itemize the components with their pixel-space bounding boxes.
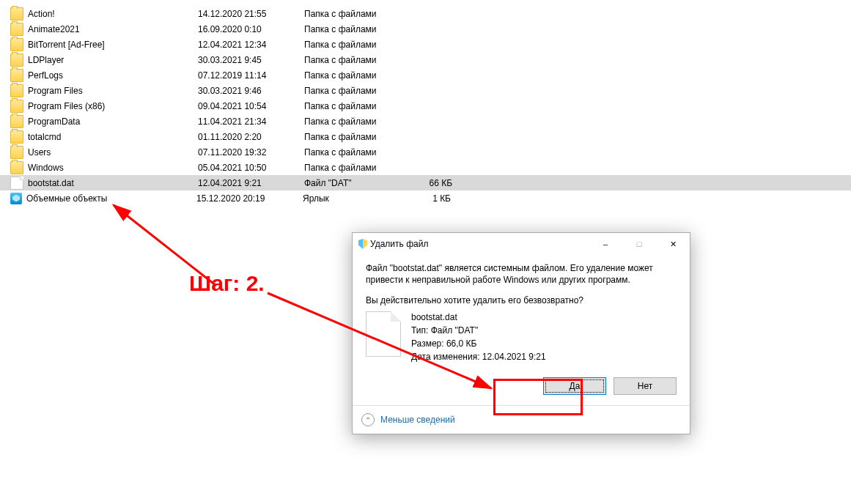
file-icon (10, 177, 23, 190)
file-row[interactable]: bootstat.dat12.04.2021 9:21Файл "DAT"66 … (0, 175, 851, 190)
shield-icon (358, 239, 367, 249)
file-row[interactable]: Объемные объекты15.12.2020 20:19Ярлык1 К… (0, 190, 851, 206)
file-name: Users (28, 147, 198, 158)
less-info-toggle[interactable]: ⌃ Меньше сведений (353, 405, 690, 434)
file-icon (366, 311, 401, 357)
folder-icon (10, 23, 23, 36)
file-details: bootstat.dat Тип: Файл "DAT" Размер: 66,… (366, 311, 677, 365)
dialog-titlebar[interactable]: Удалить файл – □ ✕ (353, 233, 690, 255)
detail-date: Дата изменения: 12.04.2021 9:21 (411, 351, 546, 363)
dialog-button-row: Да Нет (353, 374, 690, 405)
file-type: Папка с файлами (304, 86, 407, 96)
file-date: 09.04.2021 10:54 (198, 101, 304, 111)
file-name: Объемные объекты (26, 193, 196, 204)
file-row[interactable]: totalcmd01.11.2020 2:20Папка с файлами (0, 129, 851, 144)
minimize-button[interactable]: – (589, 233, 622, 255)
file-name: LDPlayer (28, 55, 198, 65)
file-name: ProgramData (28, 116, 198, 127)
file-name: Program Files (28, 86, 198, 96)
file-name: Windows (28, 163, 198, 173)
file-date: 12.04.2021 12:34 (198, 40, 304, 50)
file-detail-lines: bootstat.dat Тип: Файл "DAT" Размер: 66,… (411, 311, 546, 365)
file-list: Action!14.12.2020 21:55Папка с файламиAn… (0, 0, 851, 206)
chevron-up-icon: ⌃ (361, 413, 375, 426)
folder-icon (10, 53, 23, 67)
close-button[interactable]: ✕ (656, 233, 690, 255)
file-row[interactable]: Windows05.04.2021 10:50Папка с файлами (0, 160, 851, 175)
file-type: Папка с файлами (304, 147, 407, 158)
file-size: 1 КБ (405, 193, 451, 204)
file-type: Файл "DAT" (304, 178, 407, 188)
file-name: BitTorrent [Ad-Free] (28, 40, 198, 50)
detail-type: Тип: Файл "DAT" (411, 325, 546, 336)
file-date: 30.03.2021 9:45 (198, 55, 304, 65)
folder-icon (10, 115, 23, 128)
file-row[interactable]: ProgramData11.04.2021 21:34Папка с файла… (0, 114, 851, 129)
file-type: Папка с файлами (304, 70, 407, 81)
folder-icon (10, 146, 23, 159)
file-type: Папка с файлами (304, 116, 407, 127)
file-date: 07.12.2019 11:14 (198, 70, 304, 81)
file-name: bootstat.dat (28, 178, 198, 188)
dialog-confirm-text: Вы действительно хотите удалить его безв… (366, 294, 677, 306)
file-date: 05.04.2021 10:50 (198, 163, 304, 173)
file-type: Ярлык (303, 193, 405, 204)
file-row[interactable]: Program Files (x86)09.04.2021 10:54Папка… (0, 98, 851, 114)
file-type: Папка с файлами (304, 132, 407, 142)
file-date: 15.12.2020 20:19 (196, 193, 303, 204)
detail-size: Размер: 66,0 КБ (411, 338, 546, 349)
file-date: 12.04.2021 9:21 (198, 178, 304, 188)
file-row[interactable]: Program Files30.03.2021 9:46Папка с файл… (0, 83, 851, 98)
folder-icon (10, 100, 23, 113)
file-type: Папка с файлами (304, 55, 407, 65)
folder-icon (10, 130, 23, 144)
folder-icon (10, 38, 23, 51)
file-row[interactable]: Users07.11.2020 19:32Папка с файлами (0, 144, 851, 160)
file-name: Action! (28, 9, 198, 19)
file-row[interactable]: Action!14.12.2020 21:55Папка с файлами (0, 6, 851, 21)
file-date: 30.03.2021 9:46 (198, 86, 304, 96)
file-name: Program Files (x86) (28, 101, 198, 111)
file-type: Папка с файлами (304, 163, 407, 173)
dialog-warning-text: Файл "bootstat.dat" является системным ф… (366, 262, 677, 286)
file-name: totalcmd (28, 132, 198, 142)
3d-objects-icon (10, 193, 22, 204)
folder-icon (10, 7, 23, 21)
yes-button[interactable]: Да (543, 377, 606, 395)
file-date: 16.09.2020 0:10 (198, 24, 304, 34)
file-date: 07.11.2020 19:32 (198, 147, 304, 158)
detail-filename: bootstat.dat (411, 311, 546, 323)
file-row[interactable]: PerfLogs07.12.2019 11:14Папка с файлами (0, 67, 851, 83)
dialog-body: Файл "bootstat.dat" является системным ф… (353, 255, 690, 374)
file-name: PerfLogs (28, 70, 198, 81)
file-date: 11.04.2021 21:34 (198, 116, 304, 127)
file-row[interactable]: LDPlayer30.03.2021 9:45Папка с файлами (0, 52, 851, 67)
file-size: 66 КБ (407, 178, 452, 188)
file-type: Папка с файлами (304, 40, 407, 50)
file-row[interactable]: Animate202116.09.2020 0:10Папка с файлам… (0, 21, 851, 37)
file-type: Папка с файлами (304, 9, 407, 19)
file-type: Папка с файлами (304, 101, 407, 111)
less-info-label: Меньше сведений (380, 415, 455, 425)
file-date: 01.11.2020 2:20 (198, 132, 304, 142)
folder-icon (10, 84, 23, 97)
maximize-button[interactable]: □ (622, 233, 656, 255)
file-name: Animate2021 (28, 24, 198, 34)
dialog-title: Удалить файл (370, 239, 589, 249)
file-row[interactable]: BitTorrent [Ad-Free]12.04.2021 12:34Папк… (0, 37, 851, 52)
file-type: Папка с файлами (304, 24, 407, 34)
file-date: 14.12.2020 21:55 (198, 9, 304, 19)
no-button[interactable]: Нет (614, 377, 677, 395)
delete-file-dialog: Удалить файл – □ ✕ Файл "bootstat.dat" я… (352, 232, 690, 434)
folder-icon (10, 161, 23, 174)
folder-icon (10, 69, 23, 82)
annotation-step-label: Шаг: 2. (189, 271, 265, 296)
